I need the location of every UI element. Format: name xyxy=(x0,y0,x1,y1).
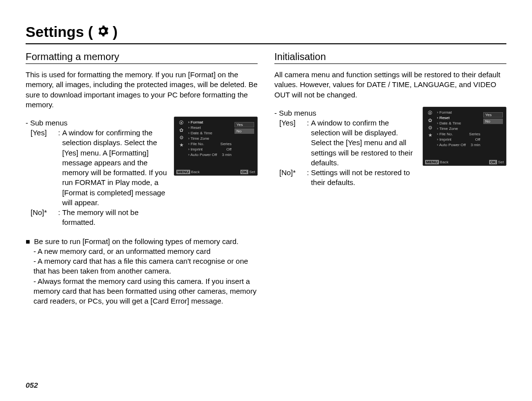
title-close: ) xyxy=(113,24,118,40)
right-no-label: [No]* xyxy=(279,168,305,188)
page-number: 052 xyxy=(26,381,38,389)
colon: : xyxy=(58,128,60,208)
screen-option: No xyxy=(483,119,503,124)
left-intro: This is used for formatting the memory. … xyxy=(26,70,258,110)
screen-icon-col: ⦿ ✿ ⚙ ★ xyxy=(426,110,434,157)
left-submenus-label: - Sub menus xyxy=(26,119,168,127)
screen-option: No xyxy=(234,128,254,134)
screen-icon-col: ⦿ ✿ ⚙ ★ xyxy=(177,120,185,167)
gear-icon: ✿ xyxy=(428,118,432,123)
screen-option: Yes xyxy=(234,122,254,127)
left-no-row: [No]* : The memory will not be formatted… xyxy=(26,208,168,228)
screen-menu-item: › Format xyxy=(187,120,233,124)
right-sub-text: - Sub menus [Yes] : A window to confirm … xyxy=(274,107,417,188)
wrench-icon: ⚙ xyxy=(428,125,432,130)
misc-icon: ★ xyxy=(179,142,184,148)
left-heading: Formatting a memory xyxy=(26,51,258,62)
right-intro: All camera menu and function settings wi… xyxy=(274,70,506,100)
left-yes-row: [Yes] : A window for confirming the sele… xyxy=(26,128,168,208)
set-label: Set xyxy=(498,160,504,164)
left-bullets: ■ Be sure to run [Format] on the followi… xyxy=(26,237,258,307)
left-no-text: The memory will not be formatted. xyxy=(62,208,168,228)
right-block: - Sub menus [Yes] : A window to confirm … xyxy=(274,107,506,188)
right-column: Initialisation All camera menu and funct… xyxy=(274,51,506,306)
screen-footer: MENU Back OK Set xyxy=(176,170,255,174)
screen-menu-item: › Date & Time xyxy=(187,131,233,135)
columns: Formatting a memory This is used for for… xyxy=(26,51,506,306)
screen-menu-item: › Auto Power Off3 min xyxy=(187,153,233,157)
colon: : xyxy=(58,208,60,228)
set-label: Set xyxy=(249,170,255,174)
back-label: Back xyxy=(191,170,200,174)
camera-icon: ⦿ xyxy=(428,110,432,116)
right-heading: Initialisation xyxy=(274,51,506,62)
screen-options: YesNo xyxy=(234,120,254,167)
manual-page: Settings ( ) Formatting a memory This is… xyxy=(0,0,532,401)
screen-menu-item: › Reset xyxy=(436,116,481,120)
screen-menu-item: › Time Zone xyxy=(436,126,481,131)
screen-menu-item: › ImprintOff xyxy=(187,147,233,152)
right-yes-row: [Yes] : A window to confirm the selectio… xyxy=(274,118,417,168)
camera-screen-left: ⦿ ✿ ⚙ ★ › Format› Reset› Date & Time› Ti… xyxy=(174,117,258,176)
left-no-label: [No]* xyxy=(31,208,56,228)
screen-option: Yes xyxy=(483,112,503,118)
page-title: Settings ( ) xyxy=(26,24,506,40)
right-heading-rule xyxy=(274,63,506,64)
right-yes-text: A window to confirm the selection will b… xyxy=(311,118,417,168)
left-column: Formatting a memory This is used for for… xyxy=(26,51,258,306)
right-yes-label: [Yes] xyxy=(279,118,305,168)
screen-footer: MENU Back OK Set xyxy=(425,160,504,164)
screen-menu-item: › ImprintOff xyxy=(436,137,481,142)
title-text: Settings ( xyxy=(26,24,93,40)
bullet-b: - A memory card that has a file this cam… xyxy=(26,256,258,277)
screen-menu-item: › Format xyxy=(436,110,481,115)
right-no-text: Settings will not be restored to their d… xyxy=(311,168,417,188)
colon: : xyxy=(307,168,309,188)
screen-menu-item: › File No.Series xyxy=(436,132,481,136)
left-yes-label: [Yes] xyxy=(31,128,56,208)
misc-icon: ★ xyxy=(428,132,432,138)
screen-menu-item: › Reset xyxy=(187,125,233,130)
gear-icon xyxy=(97,25,109,39)
wrench-icon: ⚙ xyxy=(179,135,184,140)
back-label: Back xyxy=(440,160,449,164)
square-icon: ■ xyxy=(26,237,30,247)
right-no-row: [No]* : Settings will not be restored to… xyxy=(274,168,417,188)
left-block: - Sub menus [Yes] : A window for confirm… xyxy=(26,117,258,228)
bullet-lead: Be sure to run [Format] on the following… xyxy=(34,237,258,247)
screen-menu-item: › Date & Time xyxy=(436,121,481,125)
bullet-lead-row: ■ Be sure to run [Format] on the followi… xyxy=(26,237,258,247)
screen-menu-item: › Time Zone xyxy=(187,136,233,141)
left-yes-text: A window for confirming the selection di… xyxy=(62,128,168,208)
left-heading-rule xyxy=(26,63,258,64)
colon: : xyxy=(307,118,309,168)
screen-menu: › Format› Reset› Date & Time› Time Zone›… xyxy=(187,120,233,167)
camera-screen-right: ⦿ ✿ ⚙ ★ › Format› Reset› Date & Time› Ti… xyxy=(423,107,506,166)
bullet-a: - A new memory card, or an unformatted m… xyxy=(26,247,258,256)
camera-icon: ⦿ xyxy=(179,120,184,125)
title-rule xyxy=(26,43,506,44)
screen-menu-item: › Auto Power Off3 min xyxy=(436,143,481,147)
left-sub-text: - Sub menus [Yes] : A window for confirm… xyxy=(26,117,168,228)
screen-menu: › Format› Reset› Date & Time› Time Zone›… xyxy=(436,110,481,157)
screen-menu-item: › File No.Series xyxy=(187,142,233,146)
screen-options: YesNo xyxy=(483,110,503,157)
bullet-c: - Always format the memory card using th… xyxy=(26,277,258,307)
right-submenus-label: - Sub menus xyxy=(274,109,417,117)
gear-icon: ✿ xyxy=(179,127,183,133)
